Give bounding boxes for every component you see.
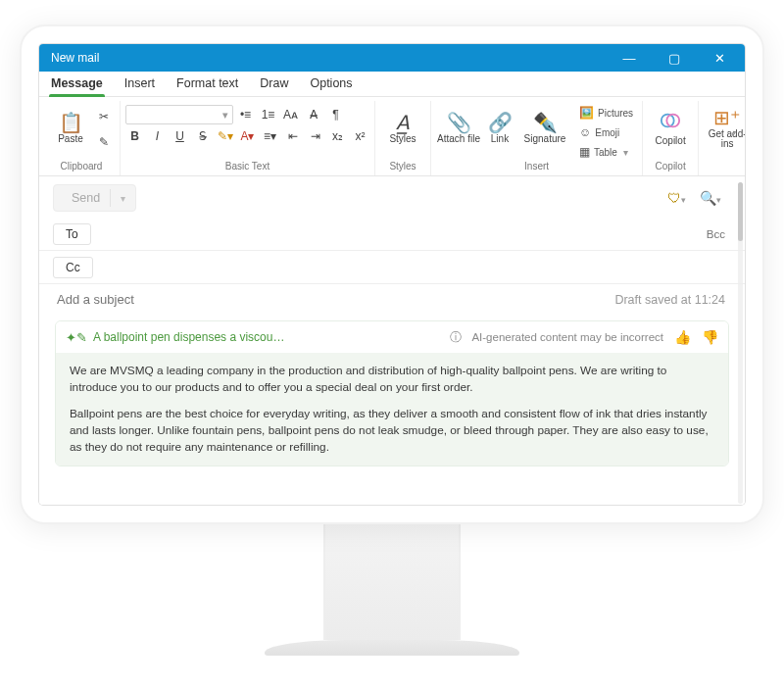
emoji-button[interactable]: ☺Emoji	[576, 124, 636, 140]
send-label: Send	[72, 191, 100, 205]
font-family-select[interactable]: ▾	[125, 105, 233, 124]
case-button[interactable]: Aᴀ	[281, 105, 301, 124]
ai-body-paragraph: We are MVSMQ a leading company in the pr…	[70, 363, 714, 396]
styles-button[interactable]: A̲ Styles	[381, 101, 424, 156]
ai-draft-card: ✦✎ A ballpoint pen dispenses a viscou… ⓘ…	[55, 320, 729, 466]
emoji-icon: ☺	[579, 125, 591, 139]
cc-field: Cc	[39, 251, 745, 284]
ribbon: 📋 Paste ✂ ✎ Clipboard ▾ •≡ 1≡	[39, 97, 745, 176]
tab-options[interactable]: Options	[308, 73, 354, 96]
to-button[interactable]: To	[53, 223, 91, 245]
thumbs-up-button[interactable]: 👍	[673, 328, 691, 346]
ribbon-group-basic-text: ▾ •≡ 1≡ Aᴀ A̶ ¶ B I U S̶ ✎▾ A▾ ≡▾	[121, 101, 375, 175]
paste-button[interactable]: 📋 Paste	[49, 101, 92, 156]
ribbon-group-styles: A̲ Styles Styles	[375, 101, 431, 175]
format-painter-button[interactable]: ✎	[94, 132, 114, 152]
tab-draw[interactable]: Draw	[258, 73, 290, 96]
attach-file-label: Attach file	[437, 134, 480, 145]
to-input[interactable]	[101, 227, 686, 241]
indent-dec-button[interactable]: ⇤	[283, 126, 303, 146]
titlebar: New mail — ▢ ✕	[39, 44, 745, 72]
bcc-button[interactable]: Bcc	[707, 228, 725, 240]
picture-icon: 🖼️	[579, 106, 594, 120]
basic-text-caption: Basic Text	[225, 158, 270, 175]
copilot-button[interactable]: Copilot	[649, 101, 692, 156]
minimize-button[interactable]: —	[608, 44, 651, 72]
insert-caption: Insert	[524, 158, 549, 175]
align-button[interactable]: ≡▾	[261, 126, 280, 146]
ai-disclaimer-text: AI-generated content may be incorrect	[471, 331, 663, 343]
window-title: New mail	[51, 51, 99, 65]
signature-button[interactable]: ✒️ Signature	[519, 101, 570, 156]
ai-body-paragraph: Ballpoint pens are the best choice for e…	[70, 406, 714, 456]
zoom-icon[interactable]: 🔍▾	[700, 190, 721, 206]
close-button[interactable]: ✕	[698, 44, 741, 72]
thumbs-down-button[interactable]: 👎	[701, 328, 718, 346]
styles-icon: A̲	[396, 113, 410, 132]
copilot-icon	[660, 110, 681, 134]
underline-button[interactable]: U	[171, 126, 190, 146]
sparkle-icon: ✦✎	[66, 330, 87, 345]
ai-draft-body[interactable]: We are MVSMQ a leading company in the pr…	[56, 353, 728, 466]
paste-label: Paste	[58, 134, 83, 145]
clear-format-button[interactable]: A̶	[304, 105, 323, 124]
ribbon-group-copilot: Copilot Copilot	[643, 101, 699, 175]
shield-icon[interactable]: 🛡▾	[667, 190, 686, 206]
clipboard-caption: Clipboard	[61, 158, 103, 175]
ribbon-group-clipboard: 📋 Paste ✂ ✎ Clipboard	[43, 101, 121, 175]
strike-button[interactable]: S̶	[193, 126, 213, 146]
pictures-button[interactable]: 🖼️Pictures	[576, 105, 636, 121]
ai-summary-text: A ballpoint pen dispenses a viscou…	[93, 330, 284, 344]
tab-format-text[interactable]: Format text	[174, 73, 240, 96]
copilot-label: Copilot	[656, 136, 686, 147]
superscript-button[interactable]: x²	[351, 126, 370, 146]
paragraph-button[interactable]: ¶	[326, 105, 346, 124]
table-button[interactable]: ▦Table▾	[576, 144, 636, 160]
monitor-stand	[323, 522, 461, 640]
tab-insert[interactable]: Insert	[122, 73, 157, 96]
maximize-button[interactable]: ▢	[653, 44, 696, 72]
indent-inc-button[interactable]: ⇥	[306, 126, 325, 146]
numbering-button[interactable]: 1≡	[259, 105, 278, 124]
link-label: Link	[491, 134, 509, 145]
pen-icon: ✒️	[533, 113, 558, 132]
link-icon: 🔗	[488, 113, 513, 132]
cc-button[interactable]: Cc	[53, 257, 93, 278]
ribbon-overflow-button[interactable]: ›	[727, 113, 741, 152]
table-icon: ▦	[579, 145, 590, 159]
cut-button[interactable]: ✂	[94, 107, 114, 126]
chevron-down-icon: ▾	[121, 193, 125, 204]
highlight-button[interactable]: ✎▾	[216, 126, 235, 146]
bold-button[interactable]: B	[125, 126, 145, 146]
signature-label: Signature	[524, 134, 566, 145]
tab-message[interactable]: Message	[49, 73, 105, 96]
send-button[interactable]: Send ▾	[53, 184, 136, 212]
bullets-button[interactable]: •≡	[236, 105, 256, 124]
compose-pane: Send ▾ 🛡▾ 🔍▾ To Bcc Cc Dra	[39, 176, 745, 505]
subject-input[interactable]	[57, 292, 458, 307]
info-icon: ⓘ	[450, 330, 462, 345]
draft-saved-text: Draft saved at 11:24	[614, 293, 725, 307]
copilot-caption: Copilot	[656, 158, 686, 175]
font-color-button[interactable]: A▾	[238, 126, 258, 146]
styles-label: Styles	[389, 134, 416, 145]
italic-button[interactable]: I	[148, 126, 168, 146]
to-field: To Bcc	[39, 218, 745, 251]
styles-caption: Styles	[389, 158, 416, 175]
monitor-base	[265, 640, 519, 656]
clipboard-icon: 📋	[59, 113, 83, 132]
attach-file-button[interactable]: 📎 Attach file	[437, 101, 480, 156]
subscript-button[interactable]: x₂	[328, 126, 348, 146]
cc-input[interactable]	[103, 261, 686, 274]
paperclip-icon: 📎	[447, 113, 471, 132]
ribbon-group-insert: 📎 Attach file 🔗 Link ✒️ Signature 🖼️Pict…	[431, 101, 643, 175]
ribbon-tabs: Message Insert Format text Draw Options	[39, 72, 745, 97]
link-button[interactable]: 🔗 Link	[482, 101, 517, 156]
